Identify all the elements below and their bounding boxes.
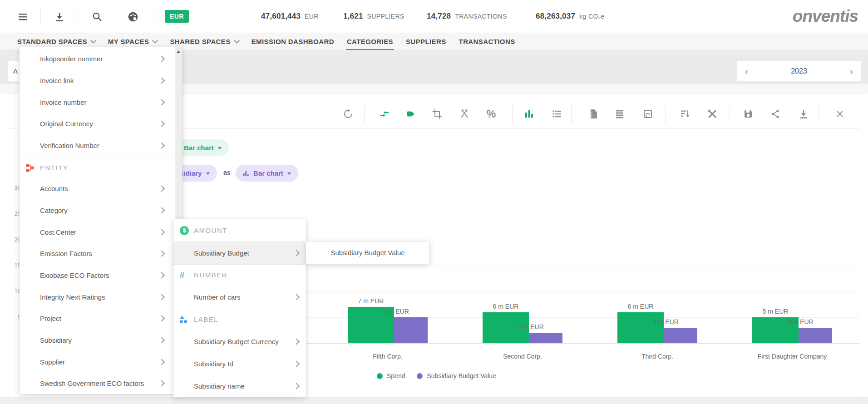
menu-item-accounts[interactable]: Accounts: [20, 178, 182, 199]
menu-item-verification-number[interactable]: Verification Number: [20, 135, 182, 156]
save-button[interactable]: [742, 108, 755, 120]
year-value: 2023: [791, 67, 807, 75]
menu-item-label: Invoice number: [40, 99, 87, 106]
number-icon: #: [180, 270, 184, 280]
menu-section-label: NUMBER: [194, 271, 227, 279]
merge-arrows-icon: [379, 108, 390, 119]
share-button[interactable]: [769, 108, 782, 120]
menu-item-subsidiary-budget[interactable]: Subsidiary Budget: [173, 241, 306, 265]
chart-type-chip[interactable]: Bar chart: [236, 165, 298, 182]
menu-item-inkopsorder-nummer[interactable]: Inköpsorder nummer: [20, 48, 182, 69]
nav-label: MY SPACES: [108, 38, 149, 45]
measure-dropdown-menu: $ AMOUNT Subsidiary Budget # NUMBER Numb…: [173, 219, 306, 397]
crop-button[interactable]: [431, 108, 444, 120]
hamburger-menu-button[interactable]: [16, 10, 29, 23]
legend-item[interactable]: Subsidiary Budget Value: [417, 372, 496, 379]
chevron-right-icon: [293, 338, 300, 345]
currency-badge[interactable]: EUR: [165, 10, 189, 23]
menu-section-entity: ENTITY: [20, 157, 182, 178]
chevron-right-icon: [158, 207, 165, 213]
submenu-flyout-subsidiary-budget-value[interactable]: Subsidiary Budget Value: [306, 241, 429, 264]
menu-item-subsidiary[interactable]: Subsidiary: [20, 330, 182, 351]
list-view-button[interactable]: [551, 108, 563, 120]
menu-item-invoice-link[interactable]: Invoice link: [20, 70, 182, 91]
spend-bar[interactable]: [348, 307, 394, 343]
menu-item-swedish-government-eco-factors[interactable]: Swedish Government ECO factors: [20, 373, 182, 394]
year-prev-button[interactable]: ‹: [745, 67, 748, 76]
menu-item-integrity-next-ratings[interactable]: Integrity Next Ratings: [20, 286, 182, 308]
menu-item-cost-center[interactable]: Cost Center: [20, 222, 182, 243]
rows-button[interactable]: [613, 108, 626, 120]
nav-suppliers[interactable]: SUPPLIERS: [406, 33, 446, 50]
percentage-icon: %: [487, 108, 496, 120]
tools-button[interactable]: [706, 108, 719, 120]
stat-value: 68,263,037: [536, 12, 575, 21]
stat-unit: EUR: [305, 13, 319, 20]
menu-item-label: Invoice link: [40, 77, 74, 84]
menu-item-invoice-number[interactable]: Invoice number: [20, 92, 182, 113]
nav-label: CATEGORIES: [347, 38, 393, 45]
download-icon: [798, 108, 809, 119]
palette-button[interactable]: [127, 10, 139, 23]
spend-bar[interactable]: [483, 312, 529, 343]
hamburger-icon: [17, 11, 28, 22]
download-button[interactable]: [53, 10, 66, 23]
chevron-right-icon: [293, 294, 300, 300]
chevron-down-icon: [90, 38, 96, 44]
entity-icon: [26, 164, 34, 172]
refresh-icon: [343, 108, 354, 119]
search-button[interactable]: [91, 10, 104, 23]
menu-item-subsidiary-budget-currency[interactable]: Subsidiary Budget Currency: [173, 330, 306, 353]
refresh-button[interactable]: [342, 108, 355, 120]
menu-item-emission-factors[interactable]: Emission Factors: [20, 243, 182, 264]
spend-bar[interactable]: [752, 317, 799, 343]
palette-icon: [127, 11, 139, 23]
chevron-right-icon: [293, 383, 300, 389]
no-cut-button[interactable]: [458, 108, 471, 120]
tag-button[interactable]: [404, 108, 417, 120]
menu-item-number-of-cars[interactable]: Number of cars: [173, 286, 306, 308]
chart-legend: SpendSubsidiary Budget Value: [377, 372, 496, 379]
nav-emission-dashboard[interactable]: EMISSION DASHBOARD: [252, 33, 334, 50]
legend-dot-icon: [417, 373, 423, 379]
no-cut-icon: [459, 108, 470, 119]
caret-down-icon: [206, 172, 210, 175]
chevron-right-icon: [293, 250, 300, 256]
spend-bar[interactable]: [617, 312, 664, 343]
sort-button[interactable]: [679, 108, 691, 120]
export-download-button[interactable]: [797, 108, 810, 120]
chevron-right-icon: [158, 77, 165, 84]
nav-categories[interactable]: CATEGORIES: [347, 33, 393, 50]
divider: [78, 7, 78, 25]
menu-item-label: Emission Factors: [40, 250, 92, 257]
scroll-up-arrow-icon[interactable]: [177, 50, 180, 53]
divider: [730, 105, 730, 123]
tag-icon: [405, 108, 416, 119]
close-button[interactable]: [833, 108, 846, 120]
menu-item-category[interactable]: Category: [20, 200, 182, 221]
chevron-right-icon: [158, 380, 165, 386]
chevron-right-icon: [158, 185, 165, 192]
divider: [115, 7, 115, 25]
menu-item-exiobase-eco-factors[interactable]: Exiobase ECO Factors: [20, 265, 182, 286]
divider: [40, 7, 41, 25]
report-button[interactable]: [587, 108, 600, 120]
percentage-button[interactable]: %: [485, 108, 498, 120]
divider: [819, 105, 819, 123]
menu-item-project[interactable]: Project: [20, 308, 182, 329]
menu-item-original-currency[interactable]: Original Currency: [20, 113, 182, 134]
report-file-icon: [588, 108, 599, 119]
share-icon: [770, 108, 781, 119]
nav-transactions[interactable]: TRANSACTIONS: [459, 33, 515, 50]
menu-item-subsidiary-name[interactable]: Subsidiary name: [173, 375, 306, 397]
chevron-right-icon: [293, 360, 300, 367]
bar-chart-view-button[interactable]: [523, 108, 536, 120]
chevron-right-icon: [158, 359, 165, 365]
menu-item-supplier[interactable]: Supplier: [20, 351, 182, 373]
merge-arrows-button[interactable]: [378, 108, 391, 120]
legend-item[interactable]: Spend: [377, 372, 405, 379]
menu-item-subsidiary-id[interactable]: Subsidiary Id: [173, 353, 306, 375]
pivot-button[interactable]: [641, 108, 654, 120]
nav-label: SHARED SPACES: [170, 38, 230, 45]
year-next-button[interactable]: ›: [850, 67, 853, 76]
